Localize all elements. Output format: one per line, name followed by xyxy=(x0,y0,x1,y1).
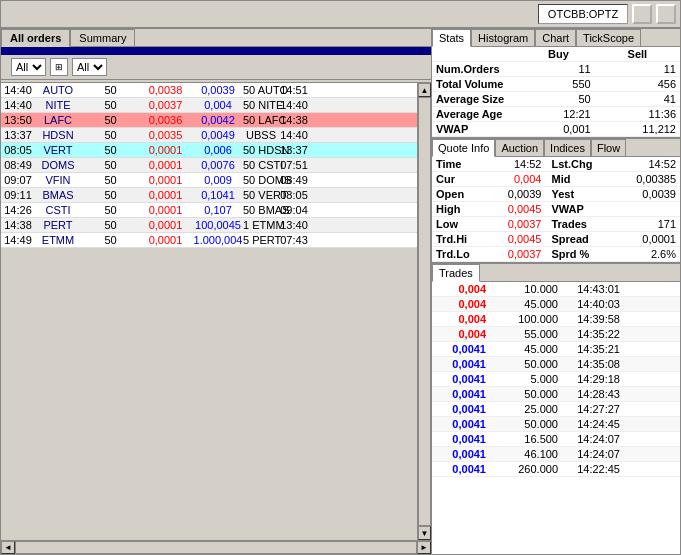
quote-label2: Yest xyxy=(545,187,614,202)
quote-tab-indices[interactable]: Indices xyxy=(544,139,591,156)
scroll-down-btn[interactable]: ▼ xyxy=(418,526,431,540)
order-row[interactable]: 09:07 VFIN 50 0,0001 0,009 50 DOMS 08:49 xyxy=(1,173,417,188)
cell-firm1: LAFC xyxy=(33,114,83,126)
stats-table: Buy Sell Num.Orders 11 11 Total Volume 5… xyxy=(432,47,680,137)
buy-orders-select2[interactable]: All xyxy=(72,58,107,76)
cell-qty1: 50 xyxy=(83,114,138,126)
stats-buy: 11 xyxy=(522,62,595,77)
quote-label2: Trades xyxy=(545,217,614,232)
stats-sell: 11 xyxy=(595,62,680,77)
trade-row: 0,0041 50.000 14:24:45 xyxy=(432,417,680,432)
ticker-input[interactable] xyxy=(538,4,628,24)
cell-firm1: VERT xyxy=(33,144,83,156)
left-panel: All ordersSummary All ⊞ All xyxy=(0,28,432,555)
cell-time2: 14:38 xyxy=(273,114,315,126)
cell-qty2: 5 PERT xyxy=(243,234,273,246)
buy-orders-select[interactable]: All xyxy=(11,58,46,76)
trade-time: 14:22:45 xyxy=(558,463,620,475)
order-row[interactable]: 08:49 DOMS 50 0,0001 0,0076 50 CSTI 07:5… xyxy=(1,158,417,173)
trade-row: 0,004 100.000 14:39:58 xyxy=(432,312,680,327)
quote-row: Cur 0,004 Mid 0,00385 xyxy=(432,172,680,187)
cell-time1: 13:50 xyxy=(3,114,33,126)
stats-sell: 11:36 xyxy=(595,107,680,122)
quote-tab-auction[interactable]: Auction xyxy=(495,139,544,156)
left-tabs-bar: All ordersSummary xyxy=(1,29,431,47)
right-tab-tickscope[interactable]: TickScope xyxy=(576,29,641,46)
cell-firm1: ETMM xyxy=(33,234,83,246)
quote-label2: Spread xyxy=(545,232,614,247)
quote-label1: High xyxy=(432,202,489,217)
order-row[interactable]: 13:50 LAFC 50 0,0036 0,0042 50 LAFC 14:3… xyxy=(1,113,417,128)
scroll-right-btn[interactable]: ► xyxy=(417,541,431,554)
cell-firm1: VFIN xyxy=(33,174,83,186)
trade-price: 0,0041 xyxy=(436,433,486,445)
go-button[interactable] xyxy=(632,4,652,24)
quote-val1: 0,0045 xyxy=(489,202,546,217)
order-row[interactable]: 14:40 AUTO 50 0,0038 0,0039 50 AUTO 14:5… xyxy=(1,83,417,98)
cell-bid: 0,0001 xyxy=(138,189,193,201)
stats-buy: 0,001 xyxy=(522,122,595,137)
trade-row: 0,0041 46.100 14:24:07 xyxy=(432,447,680,462)
trade-volume: 100.000 xyxy=(486,313,558,325)
cell-time1: 08:49 xyxy=(3,159,33,171)
quote-val1: 0,0037 xyxy=(489,217,546,232)
cell-qty2: 50 LAFC xyxy=(243,114,273,126)
stats-row: Total Volume 550 456 xyxy=(432,77,680,92)
left-tab-all-orders[interactable]: All orders xyxy=(1,29,70,47)
order-list[interactable]: 14:40 AUTO 50 0,0038 0,0039 50 AUTO 14:5… xyxy=(1,83,417,540)
trade-row: 0,004 55.000 14:35:22 xyxy=(432,327,680,342)
order-row[interactable]: 13:37 HDSN 50 0,0035 0,0049 UBSS 14:40 xyxy=(1,128,417,143)
cell-qty1: 50 xyxy=(83,159,138,171)
right-tab-stats[interactable]: Stats xyxy=(432,29,471,47)
stats-buy: 550 xyxy=(522,77,595,92)
scroll-up-btn[interactable]: ▲ xyxy=(418,83,431,97)
cell-ask: 1.000,004 xyxy=(193,234,243,246)
right-tabs-bar: StatsHistogramChartTickScope xyxy=(432,29,680,47)
trade-price: 0,0041 xyxy=(436,448,486,460)
order-row[interactable]: 14:40 NITE 50 0,0037 0,004 50 NITE 14:40 xyxy=(1,98,417,113)
trade-time: 14:29:18 xyxy=(558,373,620,385)
cell-time2: 08:49 xyxy=(273,174,315,186)
trades-section: Trades 0,004 10.000 14:43:01 0,004 45.00… xyxy=(432,263,680,554)
stats-label: VWAP xyxy=(432,122,522,137)
main-content: All ordersSummary All ⊞ All xyxy=(0,28,681,555)
stats-header-row: Buy Sell xyxy=(432,47,680,62)
order-row[interactable]: 14:49 ETMM 50 0,0001 1.000,004 5 PERT 07… xyxy=(1,233,417,248)
trade-time: 14:35:08 xyxy=(558,358,620,370)
cell-bid: 0,0001 xyxy=(138,159,193,171)
cell-firm1: PERT xyxy=(33,219,83,231)
trade-volume: 25.000 xyxy=(486,403,558,415)
quote-val1: 0,0039 xyxy=(489,187,546,202)
quote-section: Time 14:52 Lst.Chg 14:52 Cur 0,004 Mid 0… xyxy=(432,157,680,263)
cell-ask: 0,0076 xyxy=(193,159,243,171)
trades-scroll[interactable]: 0,004 10.000 14:43:01 0,004 45.000 14:40… xyxy=(432,282,680,554)
order-row[interactable]: 08:05 VERT 50 0,0001 0,006 50 HDSN 13:37 xyxy=(1,143,417,158)
cell-qty2: 50 CSTI xyxy=(243,159,273,171)
quote-row: Trd.Lo 0,0037 Sprd % 2.6% xyxy=(432,247,680,262)
order-row[interactable]: 14:38 PERT 50 0,0001 100,0045 1 ETMM 13:… xyxy=(1,218,417,233)
cell-time1: 09:11 xyxy=(3,189,33,201)
quote-tab-quote-info[interactable]: Quote Info xyxy=(432,139,495,157)
grid-icon[interactable]: ⊞ xyxy=(50,58,68,76)
stats-sell: 11,212 xyxy=(595,122,680,137)
trades-tab[interactable]: Trades xyxy=(432,264,480,282)
cell-qty1: 50 xyxy=(83,129,138,141)
trade-time: 14:24:45 xyxy=(558,418,620,430)
trade-price: 0,004 xyxy=(436,313,486,325)
order-row[interactable]: 14:26 CSTI 50 0,0001 0,107 50 BMAS 09:04 xyxy=(1,203,417,218)
cell-qty2: 1 ETMM xyxy=(243,219,273,231)
left-tab-summary[interactable]: Summary xyxy=(70,29,135,46)
cell-bid: 0,0001 xyxy=(138,234,193,246)
trade-row: 0,0041 25.000 14:27:27 xyxy=(432,402,680,417)
cell-qty2: UBSS xyxy=(243,129,273,141)
right-tab-chart[interactable]: Chart xyxy=(535,29,576,46)
right-tab-histogram[interactable]: Histogram xyxy=(471,29,535,46)
scroll-left-btn[interactable]: ◄ xyxy=(1,541,15,554)
order-row[interactable]: 09:11 BMAS 50 0,0001 0,1041 50 VERT 08:0… xyxy=(1,188,417,203)
quote-tabs-bar: Quote InfoAuctionIndicesFlow xyxy=(432,138,680,157)
cell-time1: 08:05 xyxy=(3,144,33,156)
quote-label1: Low xyxy=(432,217,489,232)
search-button[interactable] xyxy=(656,4,676,24)
quote-tab-flow[interactable]: Flow xyxy=(591,139,626,156)
trade-price: 0,0041 xyxy=(436,358,486,370)
